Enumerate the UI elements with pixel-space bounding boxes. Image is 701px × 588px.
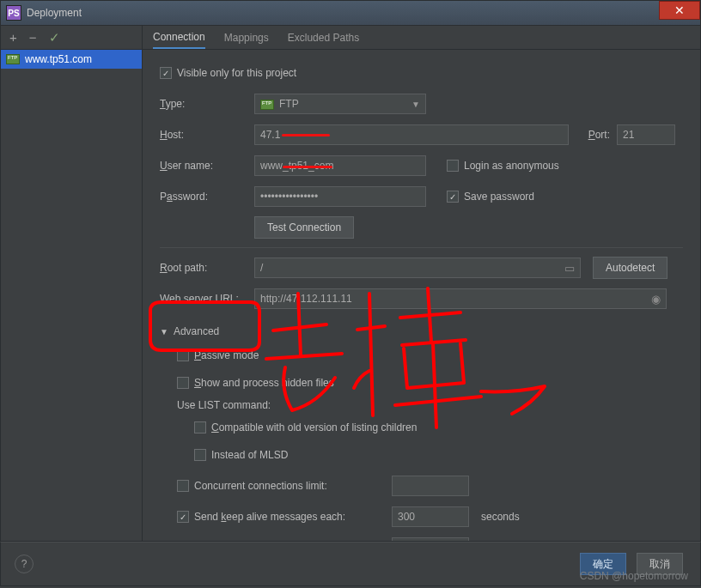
sidebar-server-label: www.tp51.com [25, 53, 92, 65]
autodetect-button[interactable]: Autodetect [593, 257, 667, 279]
username-input[interactable]: www_tp51_com [254, 155, 426, 176]
help-button[interactable]: ? [15, 555, 34, 573]
window-title: Deployment [27, 7, 82, 19]
chevron-down-icon: ▼ [411, 100, 420, 109]
port-input[interactable]: 21 [617, 124, 675, 145]
host-input[interactable]: 47.1 [254, 124, 569, 145]
rootpath-input[interactable]: / ▭ [254, 258, 581, 278]
password-input[interactable]: •••••••••••••••• [254, 186, 426, 207]
webserver-label: Web server URL: [160, 293, 254, 305]
login-anonymous-checkbox[interactable]: Login as anonymous [447, 160, 559, 172]
compat-checkbox[interactable]: Compatible with old version of listing c… [194, 421, 417, 433]
concurrent-input[interactable] [392, 476, 469, 496]
visible-project-checkbox[interactable]: ✓ Visible only for this project [160, 67, 296, 79]
webserver-input[interactable]: http://47.112.111.11 ◉ [254, 288, 667, 309]
test-connection-button[interactable]: Test Connection [254, 216, 354, 239]
ftp-icon [6, 54, 20, 64]
add-icon[interactable]: + [9, 30, 17, 45]
nomlsd-checkbox[interactable]: Instead of MLSD [194, 449, 288, 461]
tab-mappings[interactable]: Mappings [224, 26, 269, 49]
tabs: Connection Mappings Excluded Paths [143, 26, 700, 50]
seconds-label: seconds [481, 511, 520, 523]
advanced-section-toggle[interactable]: ▼ Advanced [160, 325, 683, 337]
keepalive-cmd-select[interactable]: NOOP▼ [392, 537, 469, 541]
dialog-footer: ? 确定 取消 CSDN @hopetomorrow [0, 542, 701, 586]
use-list-label: Use LIST command: [177, 399, 683, 411]
app-icon: PS [6, 5, 21, 21]
passive-mode-checkbox[interactable]: Passive mode [177, 349, 259, 361]
hidden-files-checkbox[interactable]: Show and process hidden files [177, 377, 334, 389]
concurrent-checkbox[interactable]: Concurrent connections limit: [177, 480, 392, 492]
type-label: Type: [160, 98, 254, 110]
tab-connection[interactable]: Connection [153, 26, 205, 49]
host-label: Host: [160, 129, 254, 141]
chevron-down-icon: ▼ [160, 327, 168, 336]
globe-icon[interactable]: ◉ [651, 293, 661, 306]
remove-icon[interactable]: − [29, 30, 37, 45]
type-select[interactable]: FTP ▼ [254, 94, 426, 114]
sidebar: + − ✓ www.tp51.com [1, 26, 143, 541]
check-icon[interactable]: ✓ [49, 30, 60, 45]
rootpath-label: Root path: [160, 262, 254, 274]
watermark: CSDN @hopetomorrow [580, 570, 688, 582]
close-icon: ✕ [674, 3, 685, 17]
save-password-checkbox[interactable]: ✓Save password [447, 191, 534, 203]
username-label: User name: [160, 160, 254, 172]
folder-icon[interactable]: ▭ [564, 262, 575, 275]
keepalive-input[interactable]: 300 [392, 506, 469, 527]
keepalive-checkbox[interactable]: ✓Send keep alive messages each: [177, 511, 392, 523]
tab-excluded[interactable]: Excluded Paths [288, 26, 359, 49]
close-button[interactable]: ✕ [659, 1, 700, 20]
window-titlebar: PS Deployment ✕ [0, 0, 701, 26]
port-label: Port: [576, 129, 610, 141]
sidebar-toolbar: + − ✓ [1, 26, 142, 50]
password-label: Password: [160, 191, 254, 203]
sidebar-server-item[interactable]: www.tp51.com [1, 50, 142, 69]
